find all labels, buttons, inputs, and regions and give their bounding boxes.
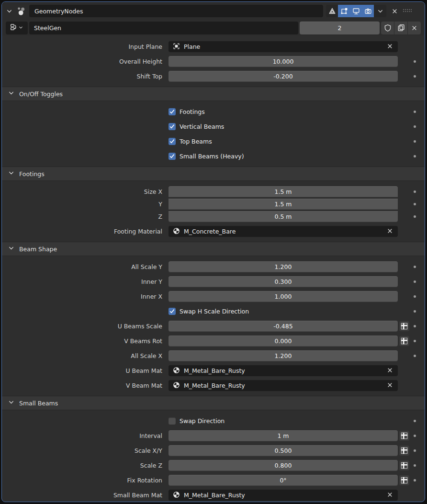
display-mode-toggles [326, 5, 386, 17]
input-attribute-toggle[interactable] [398, 446, 411, 456]
scale-z-field[interactable]: 0.800 [169, 460, 398, 471]
input-attribute-toggle[interactable] [398, 431, 411, 441]
decorator-dot[interactable] [414, 479, 416, 482]
shift-top-field[interactable]: -0.200 [169, 71, 398, 82]
inner-x-field[interactable]: 1.000 [169, 291, 398, 302]
browse-node-tree-button[interactable] [6, 22, 28, 34]
decorator-dot[interactable] [414, 125, 416, 128]
swap-h-scale-direction-checkbox[interactable] [169, 308, 176, 315]
chevron-down-icon[interactable] [8, 169, 15, 178]
modifier-sections: On/Off TogglesFootingsVertical BeamsTop … [2, 87, 425, 502]
decorator-dot[interactable] [414, 215, 416, 218]
overall-height-field[interactable]: 10.000 [169, 56, 398, 67]
footing-material-field[interactable]: M_Concrete_Bare [169, 226, 398, 237]
u-beams-scale-field[interactable]: -0.485 [169, 321, 398, 332]
small-beams-heavy-checkbox[interactable] [169, 153, 176, 160]
section-header-beam-shape[interactable]: Beam Shape [2, 242, 425, 256]
small-beam-mat-field[interactable]: M_Metal_Bare_Rusty [169, 490, 398, 501]
clear-icon[interactable] [386, 381, 393, 390]
fix-rotation-field[interactable]: 0° [169, 475, 398, 486]
decorator-dot[interactable] [414, 266, 416, 268]
z-field[interactable]: 0.5 m [169, 211, 398, 222]
users-count-button[interactable]: 2 [300, 22, 380, 34]
input-attribute-toggle[interactable] [398, 336, 411, 346]
decorator-dot-slot [411, 75, 419, 78]
section-header-small-beams[interactable]: Small Beams [2, 396, 425, 410]
decorator-dot[interactable] [414, 355, 416, 357]
decorator-dot[interactable] [414, 203, 416, 205]
v-beams-rot-field[interactable]: 0.000 [169, 336, 398, 347]
decorator-dot[interactable] [414, 464, 416, 467]
swap-direction-checkbox-label: Swap Direction [180, 417, 225, 425]
decorator-dot[interactable] [414, 449, 416, 452]
decorator-dot-slot [411, 155, 419, 157]
realtime-icon[interactable] [350, 5, 362, 17]
decorator-dot-slot [411, 355, 419, 357]
swap-direction-checkbox[interactable] [169, 417, 176, 425]
scale-x-y-field[interactable]: 0.500 [169, 445, 398, 456]
input-attribute-toggle[interactable] [398, 321, 411, 331]
decorator-dot[interactable] [414, 111, 416, 113]
decorator-dot[interactable] [414, 310, 416, 313]
shield-icon[interactable] [381, 22, 394, 34]
decorator-dot[interactable] [414, 60, 416, 63]
chevron-down-icon[interactable] [8, 245, 15, 253]
v-beam-mat-field[interactable]: M_Metal_Bare_Rusty [169, 380, 398, 391]
decorator-dot[interactable] [414, 340, 416, 342]
decorator-dot[interactable] [414, 75, 416, 78]
decorator-dot[interactable] [414, 140, 416, 143]
modifier-name-text: GeometryNodes [34, 8, 83, 15]
decorator-dot[interactable] [414, 325, 416, 327]
decorator-dot[interactable] [414, 420, 416, 422]
vertical-beams-checkbox[interactable] [169, 123, 176, 130]
all-scale-y-field[interactable]: 1.200 [169, 261, 398, 272]
decorator-dot[interactable] [414, 295, 416, 298]
clear-icon[interactable] [386, 367, 393, 375]
attribute-grid-icon[interactable] [399, 446, 409, 456]
u-beam-mat-field[interactable]: M_Metal_Bare_Rusty [169, 365, 398, 376]
modifier-name-input[interactable]: GeometryNodes [29, 5, 323, 17]
attribute-grid-icon[interactable] [399, 336, 409, 346]
modifier-extras-chevron-icon[interactable] [374, 5, 386, 17]
chevron-down-icon[interactable] [8, 90, 15, 98]
edit-mode-icon[interactable] [338, 5, 350, 17]
decorator-dot[interactable] [414, 280, 416, 283]
clear-icon[interactable] [386, 43, 393, 51]
input-attribute-toggle[interactable] [398, 475, 411, 485]
section-title: On/Off Toggles [19, 90, 63, 98]
footings-checkbox[interactable] [169, 108, 176, 115]
render-icon[interactable] [362, 5, 374, 17]
section-header-on-off-toggles[interactable]: On/Off Toggles [2, 87, 425, 101]
decorator-dot[interactable] [414, 190, 416, 193]
input-attribute-toggle[interactable] [398, 460, 411, 470]
chevron-down-icon[interactable] [8, 399, 15, 407]
decorator-dot[interactable] [414, 155, 416, 157]
clear-icon[interactable] [386, 491, 393, 500]
attribute-grid-icon[interactable] [399, 431, 409, 441]
input-plane-field[interactable]: Plane [169, 41, 398, 52]
attribute-grid-icon[interactable] [399, 475, 409, 485]
decorator-dot[interactable] [414, 435, 416, 437]
size-x-field[interactable]: 1.5 m [169, 186, 398, 197]
y-field[interactable]: 1.5 m [169, 199, 398, 210]
grip-dots-icon[interactable] [403, 9, 413, 13]
all-scale-x-row: All Scale X1.200 [2, 350, 419, 361]
decorator-dot-slot [411, 280, 419, 283]
on-cage-icon[interactable] [326, 5, 338, 17]
all-scale-x-field[interactable]: 1.200 [169, 350, 398, 361]
interval-field[interactable]: 1 m [169, 430, 398, 441]
clear-icon[interactable] [386, 227, 393, 236]
top-beams-checkbox[interactable] [169, 138, 176, 145]
inner-y-field[interactable]: 0.300 [169, 276, 398, 287]
node-tree-name-input[interactable]: SteelGen [29, 22, 298, 34]
attribute-grid-icon[interactable] [399, 460, 409, 470]
decorator-dot-slot [411, 420, 419, 422]
unlink-icon[interactable] [407, 22, 421, 34]
duplicate-icon[interactable] [394, 22, 407, 34]
node-tree-icon [10, 23, 17, 32]
panel-expand-chevron-icon[interactable] [6, 8, 13, 15]
remove-modifier-icon[interactable] [391, 8, 398, 15]
section-header-footings[interactable]: Footings [2, 167, 425, 181]
field-zone: -0.485 [169, 321, 398, 332]
attribute-grid-icon[interactable] [399, 321, 409, 331]
